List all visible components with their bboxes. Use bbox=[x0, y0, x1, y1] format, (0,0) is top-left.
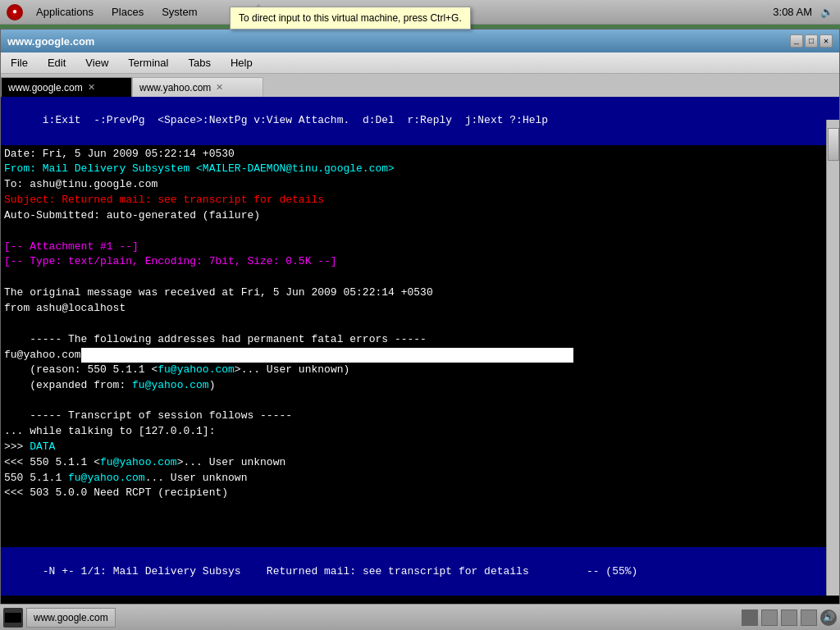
taskbar-sq2[interactable] bbox=[761, 609, 778, 626]
line-550-1: <<< 550 5.1.1 <fu@yahoo.com>... User unk… bbox=[4, 455, 836, 471]
taskbar-sq4[interactable] bbox=[801, 609, 817, 626]
line-expanded: (expanded from: fu@yahoo.com) bbox=[4, 378, 836, 394]
status-bar-top: i:Exit -:PrevPg <Space>:NextPg v:View At… bbox=[1, 97, 839, 145]
tabs-bar: www.google.com ✕ www.yahoo.com ✕ bbox=[1, 74, 839, 97]
system-bar-right: 3:08 AM 🔊 bbox=[773, 6, 833, 18]
scrollbar[interactable] bbox=[826, 120, 839, 596]
tab-google-close[interactable]: ✕ bbox=[88, 82, 95, 93]
tooltip: To direct input to this virtual machine,… bbox=[230, 7, 471, 30]
tooltip-text: To direct input to this virtual machine,… bbox=[239, 12, 462, 24]
line-reason: (reason: 550 5.1.1 <fu@yahoo.com>... Use… bbox=[4, 363, 836, 378]
line-from: From: Mail Delivery Subsystem <MAILER-DA… bbox=[4, 162, 836, 177]
menu-help[interactable]: Help bbox=[227, 55, 256, 71]
line-addresses-header: ----- The following addresses had perman… bbox=[4, 332, 836, 348]
line-subject: Subject: Returned mail: see transcript f… bbox=[4, 193, 836, 208]
line-blank4 bbox=[4, 393, 836, 409]
volume-icon[interactable]: 🔊 bbox=[820, 6, 833, 18]
menu-bar: File Edit View Terminal Tabs Help bbox=[1, 52, 839, 74]
close-button[interactable]: ✕ bbox=[819, 34, 833, 48]
line-attachment2: [-- Type: text/plain, Encoding: 7bit, Si… bbox=[4, 254, 836, 270]
status-bottom-text: -N +- 1/1: Mail Delivery Subsys Returned… bbox=[43, 565, 638, 578]
menu-view[interactable]: View bbox=[82, 55, 112, 71]
line-to: To: ashu@tinu.google.com bbox=[4, 177, 836, 193]
line-from-local: from ashu@localhost bbox=[4, 301, 836, 317]
scrollbar-thumb[interactable] bbox=[828, 128, 839, 161]
clock: 3:08 AM bbox=[773, 6, 812, 18]
line-blank3 bbox=[4, 317, 836, 332]
window-buttons: _ □ ✕ bbox=[788, 34, 833, 48]
line-blank1 bbox=[4, 224, 836, 240]
taskbar-sq1[interactable] bbox=[742, 609, 758, 626]
tab-yahoo-close[interactable]: ✕ bbox=[216, 82, 223, 93]
line-attachment1: [-- Attachment #1 --] bbox=[4, 240, 836, 255]
maximize-button[interactable]: □ bbox=[805, 34, 818, 48]
line-date: Date: Fri, 5 Jun 2009 05:22:14 +0530 bbox=[4, 147, 836, 162]
system-menu[interactable]: System bbox=[157, 4, 202, 20]
line-data: >>> DATA bbox=[4, 440, 836, 455]
taskbar-sq3[interactable] bbox=[781, 609, 797, 626]
system-bar-left: ● Applications Places System bbox=[7, 4, 202, 21]
menu-file[interactable]: File bbox=[7, 55, 31, 71]
line-550-2: 550 5.1.1 fu@yahoo.com... User unknown bbox=[4, 471, 836, 486]
line-talking: ... while talking to [127.0.0.1]: bbox=[4, 424, 836, 440]
terminal-content[interactable]: i:Exit -:PrevPg <Space>:NextPg v:View At… bbox=[1, 97, 839, 596]
tab-yahoo-label: www.yahoo.com bbox=[139, 82, 211, 94]
line-fu-yahoo-selected: fu@yahoo.com bbox=[4, 348, 836, 363]
minimize-button[interactable]: _ bbox=[790, 34, 803, 48]
line-503: <<< 503 5.0.0 Need RCPT (recipient) bbox=[4, 486, 836, 501]
line-original: The original message was received at Fri… bbox=[4, 285, 836, 301]
status-bar-bottom: -N +- 1/1: Mail Delivery Subsys Returned… bbox=[1, 547, 839, 596]
terminal-titlebar: www.google.com _ □ ✕ bbox=[1, 30, 839, 52]
line-transcript-header: ----- Transcript of session follows ----… bbox=[4, 409, 836, 424]
taskbar-terminal-btn[interactable]: www.google.com bbox=[26, 608, 116, 628]
system-logo: ● bbox=[7, 4, 23, 21]
tab-yahoo[interactable]: www.yahoo.com ✕ bbox=[132, 77, 263, 97]
menu-edit[interactable]: Edit bbox=[44, 55, 69, 71]
taskbar-volume[interactable]: 🔊 bbox=[820, 609, 837, 626]
tab-google[interactable]: www.google.com ✕ bbox=[1, 77, 132, 97]
menu-tabs[interactable]: Tabs bbox=[185, 55, 213, 71]
applications-menu[interactable]: Applications bbox=[31, 4, 98, 20]
taskbar: www.google.com 🔊 bbox=[0, 604, 840, 630]
tab-google-label: www.google.com bbox=[8, 82, 83, 94]
email-content: Date: Fri, 5 Jun 2009 05:22:14 +0530 Fro… bbox=[1, 145, 839, 504]
taskbar-icon bbox=[3, 608, 23, 628]
terminal-title: www.google.com bbox=[7, 35, 94, 48]
places-menu[interactable]: Places bbox=[107, 4, 148, 20]
line-auto: Auto-Submitted: auto-generated (failure) bbox=[4, 208, 836, 224]
taskbar-btn-label: www.google.com bbox=[34, 612, 108, 623]
svg-rect-1 bbox=[5, 613, 21, 623]
line-blank2 bbox=[4, 270, 836, 285]
status-top-text: i:Exit -:PrevPg <Space>:NextPg v:View At… bbox=[43, 114, 548, 126]
taskbar-right: 🔊 bbox=[742, 609, 837, 626]
terminal-window: www.google.com _ □ ✕ File Edit View Term… bbox=[0, 29, 840, 619]
menu-terminal[interactable]: Terminal bbox=[125, 55, 171, 71]
